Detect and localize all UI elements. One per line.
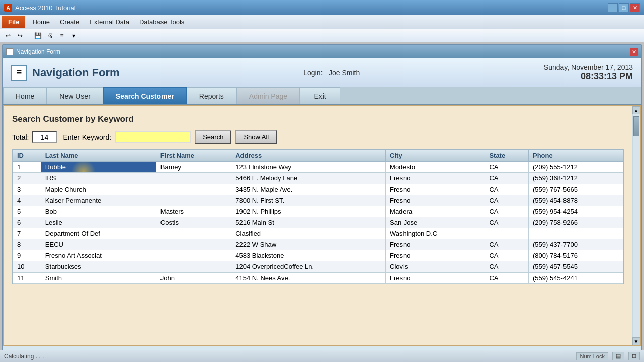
table-row[interactable]: 4Kaiser Permanente7300 N. First ST.Fresn… [13, 195, 623, 206]
cell-state: CA [485, 195, 529, 206]
cell-phone [528, 228, 623, 239]
login-section: Login: Joe Smith [303, 69, 360, 77]
cell-city: Fresno [386, 184, 485, 195]
table-row[interactable]: 1RubbleBarney123 Flintstone WayModestoCA… [13, 162, 623, 173]
col-header-phone: Phone [528, 150, 623, 162]
form-area: ≡ Navigation Form Login: Joe Smith Sunda… [3, 58, 641, 360]
doc-icon: ≡ [6, 48, 13, 55]
search-button[interactable]: Search [195, 130, 231, 144]
cell-id: 9 [13, 250, 41, 261]
table-row[interactable]: 8EECU2222 W ShawFresnoCA(559) 437-7700 [13, 239, 623, 250]
doc-close-button[interactable]: ✕ [630, 48, 638, 56]
content-area: Search Customer by Keyword Total: 14 Ent… [3, 105, 641, 346]
cell-phone: (559) 545-4241 [528, 273, 623, 284]
login-label: Login: [303, 69, 323, 77]
ribbon-save[interactable]: 💾 [33, 31, 43, 41]
cell-address: 4583 Blackstone [231, 250, 386, 261]
menu-bar: File Home Create External Data Database … [0, 15, 644, 29]
cell-address: 2222 W Shaw [231, 239, 386, 250]
ribbon-misc2[interactable]: ▾ [69, 31, 79, 41]
cell-last_name: Bob [41, 206, 156, 217]
ribbon-undo[interactable]: ↩ [3, 31, 13, 41]
table-row[interactable]: 5BobMasters1902 N. PhillipsMaderaCA(559)… [13, 206, 623, 217]
cell-id: 3 [13, 184, 41, 195]
close-button[interactable]: ✕ [630, 3, 640, 12]
num-lock-indicator: Num Lock [576, 352, 608, 360]
cell-first_name [156, 239, 231, 250]
menu-file[interactable]: File [2, 16, 25, 28]
cell-state: CA [485, 239, 529, 250]
window-title: Access 2010 Tutorial [15, 4, 76, 12]
navigation-tabs: HomeNew UserSearch CustomerReportsAdmin … [3, 87, 641, 105]
doc-title-bar: ≡ Navigation Form ✕ [3, 45, 641, 58]
scroll-thumb[interactable] [633, 116, 639, 136]
nav-tab-new-user[interactable]: New User [47, 87, 103, 104]
cell-id: 11 [13, 273, 41, 284]
cell-state: CA [485, 206, 529, 217]
menu-home[interactable]: Home [27, 16, 55, 28]
cell-address: 4154 N. Nees Ave. [231, 273, 386, 284]
cell-phone: (559) 954-4254 [528, 206, 623, 217]
cell-state: CA [485, 173, 529, 184]
scroll-up-arrow[interactable]: ▲ [632, 106, 640, 114]
minimize-button[interactable]: ─ [608, 3, 618, 12]
cell-first_name: Barney [156, 162, 231, 173]
cell-address: 1204 OverpricedCoffee Ln. [231, 261, 386, 273]
section-title: Search Customer by Keyword [12, 114, 624, 124]
cell-id: 5 [13, 206, 41, 217]
menu-external-data[interactable]: External Data [85, 16, 134, 28]
cell-id: 8 [13, 239, 41, 250]
table-row[interactable]: 6LeslieCostis5216 Main StSan JoseCA(209)… [13, 217, 623, 228]
nav-tab-exit[interactable]: Exit [300, 87, 340, 104]
cell-city: Modesto [386, 162, 485, 173]
cell-phone: (209) 555-1212 [528, 162, 623, 173]
scrollbar[interactable]: ▲ ▼ [632, 106, 640, 345]
title-bar: A Access 2010 Tutorial ─ □ ✕ [0, 0, 644, 15]
ribbon-print[interactable]: 🖨 [45, 31, 55, 41]
scroll-track [633, 114, 640, 337]
keyword-input[interactable] [115, 131, 191, 143]
menu-create[interactable]: Create [55, 16, 85, 28]
cell-phone: (559) 457-5545 [528, 261, 623, 273]
cell-last_name: Starbuckses [41, 261, 156, 273]
table-row[interactable]: 9Fresno Art Associat4583 BlackstoneFresn… [13, 250, 623, 261]
time-display: 08:33:13 PM [544, 71, 633, 82]
cell-state: CA [485, 250, 529, 261]
status-indicator-3: ⊞ [628, 352, 640, 360]
show-all-button[interactable]: Show All [235, 130, 277, 144]
cell-last_name: Kaiser Permanente [41, 195, 156, 206]
nav-tab-search-customer[interactable]: Search Customer [103, 87, 187, 104]
cell-city: Fresno [386, 239, 485, 250]
restore-button[interactable]: □ [619, 3, 629, 12]
table-row[interactable]: 3Maple Church3435 N. Maple Ave.FresnoCA(… [13, 184, 623, 195]
table-row[interactable]: 2IRS5466 E. Melody LaneFresnoCA(559) 368… [13, 173, 623, 184]
cell-id: 4 [13, 195, 41, 206]
ribbon-redo[interactable]: ↪ [15, 31, 25, 41]
cell-first_name [156, 173, 231, 184]
cell-state: CA [485, 184, 529, 195]
cell-state: CA [485, 162, 529, 173]
status-bar: Calculating . . . Num Lock ▤ ⊞ [0, 350, 644, 362]
table-row[interactable]: 10Starbuckses1204 OverpricedCoffee Ln.Cl… [13, 261, 623, 273]
form-header: ≡ Navigation Form Login: Joe Smith Sunda… [3, 58, 641, 87]
cell-last_name: Rubble [41, 162, 156, 173]
cell-phone: (559) 368-1212 [528, 173, 623, 184]
cell-id: 10 [13, 261, 41, 273]
cell-last_name: IRS [41, 173, 156, 184]
status-indicator-2: ▤ [612, 352, 624, 360]
cell-id: 6 [13, 217, 41, 228]
cell-state: CA [485, 273, 529, 284]
menu-database-tools[interactable]: Database Tools [134, 16, 189, 28]
cell-address: 3435 N. Maple Ave. [231, 184, 386, 195]
table-row[interactable]: 11SmithJohn4154 N. Nees Ave.FresnoCA(559… [13, 273, 623, 284]
ribbon-misc1[interactable]: ≡ [57, 31, 67, 41]
scroll-down-arrow[interactable]: ▼ [632, 337, 640, 345]
col-header-state: State [485, 150, 529, 162]
nav-tab-reports[interactable]: Reports [187, 87, 236, 104]
table-row[interactable]: 7Department Of DefClasifiedWashington D.… [13, 228, 623, 239]
data-table: IDLast NameFirst NameAddressCityStatePho… [13, 149, 623, 284]
main-content: Search Customer by Keyword Total: 14 Ent… [4, 106, 632, 345]
cell-phone: (209) 758-9266 [528, 217, 623, 228]
date-display: Sunday, November 17, 2013 [544, 63, 633, 71]
nav-tab-home[interactable]: Home [3, 87, 47, 104]
